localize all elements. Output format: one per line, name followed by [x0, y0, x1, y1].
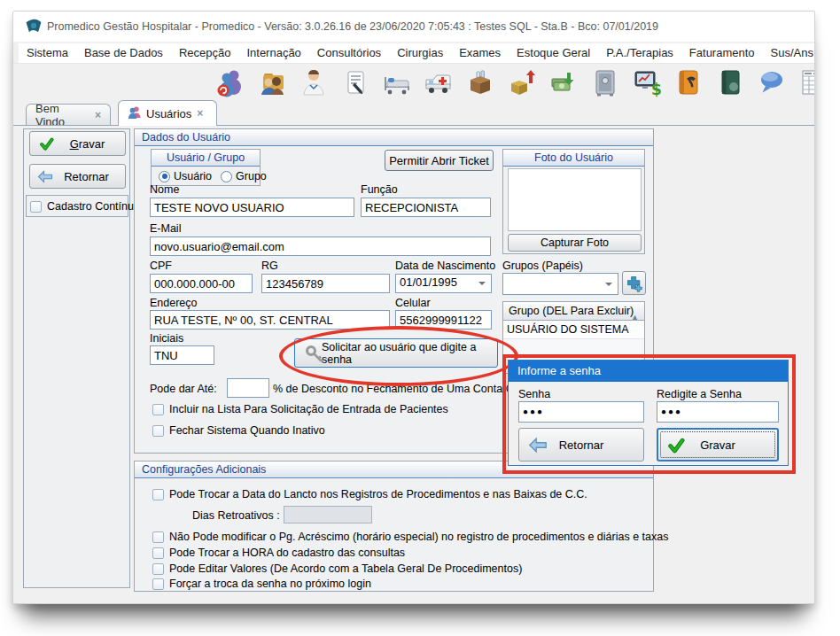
nascimento-dropdown-icon[interactable] [478, 282, 486, 285]
grupo-list-header[interactable]: Grupo (DEL Para Excluir) ▲ [502, 301, 645, 321]
email-input[interactable] [150, 237, 491, 256]
report-grid-icon[interactable] [798, 67, 814, 97]
dialog-gravar-label: Gravar [700, 438, 735, 452]
cadastro-continuo-checkbox[interactable] [30, 201, 42, 213]
radio-usuario-label: Usuário [174, 170, 212, 182]
dados-usuario-title: Dados do Usuário [135, 129, 653, 146]
tipo-usuario-header: Usuário / Grupo [152, 150, 260, 167]
gravar-accel: G [70, 137, 79, 151]
solicitar-senha-button[interactable]: Solicitar ao usuário que digite a senha [294, 338, 498, 368]
menu-faturamento[interactable]: Faturamento [681, 43, 763, 63]
gravar-button[interactable]: Gravar [29, 131, 126, 156]
pode-trocar-data-checkbox[interactable] [152, 489, 164, 500]
money-in-arrow-icon[interactable] [548, 67, 579, 97]
tab-bem-vindo-close-icon[interactable]: × [95, 109, 101, 121]
prescription-icon[interactable] [340, 67, 370, 97]
supplies-box-icon[interactable] [465, 67, 495, 97]
window-title: Promedico Gestão Hospitalar - Promedico … [47, 20, 658, 33]
dialog-retornar-button[interactable]: Retornar [518, 428, 644, 461]
ledger-book-icon[interactable] [715, 67, 745, 97]
pode-trocar-hora-label: Pode Trocar a HORA do cadastro das consu… [169, 547, 405, 559]
tab-usuarios[interactable]: Usuários × [118, 100, 217, 126]
fechar-sistema-checkbox[interactable] [152, 425, 164, 437]
tab-bem-vindo-label: Bem Vindo [35, 102, 89, 128]
nome-input[interactable] [150, 198, 354, 217]
menu-base-de-dados[interactable]: Base de Dados [76, 43, 171, 63]
toolbar-icons: $ [215, 67, 814, 99]
foto-placeholder [508, 168, 642, 231]
nao-pode-modificar-checkbox[interactable] [152, 531, 164, 543]
celular-input[interactable] [395, 310, 492, 330]
forcar-troca-senha-checkbox[interactable] [152, 578, 164, 590]
config-cb3-row: Pode Trocar a HORA do cadastro das consu… [152, 547, 405, 559]
config-cb5-row: Forçar a troca da senha no próximo login [152, 578, 371, 590]
senha-input[interactable]: ●●● [518, 401, 644, 423]
nao-pode-modificar-label: Não Pode modificar o Pg. Acréscimo (horá… [169, 531, 668, 543]
tab-usuarios-close-icon[interactable]: × [197, 107, 203, 120]
rg-label: RG [261, 260, 278, 272]
grupos-combobox[interactable] [502, 273, 618, 295]
finance-monitor-icon[interactable]: $ [632, 67, 662, 97]
dias-retroativos-input[interactable] [284, 506, 372, 524]
rg-input[interactable] [261, 274, 390, 293]
grupos-label: Grupos (Papéis) [502, 260, 583, 272]
hospital-bed-icon[interactable] [382, 67, 412, 97]
funcao-input[interactable] [361, 198, 491, 217]
tab-strip: Bem Vindo × Usuários × [13, 98, 814, 125]
dialog-retornar-label: Retornar [559, 438, 604, 452]
tab-bem-vindo[interactable]: Bem Vindo × [26, 104, 111, 125]
desconto-input[interactable] [227, 378, 269, 398]
ambulance-icon[interactable] [424, 67, 454, 97]
menu-internacao[interactable]: Internação [238, 43, 308, 63]
menu-recepcao[interactable]: Recepção [171, 43, 239, 63]
grupo-list-item[interactable]: USUÁRIO DO SISTEMA [503, 321, 644, 339]
back-arrow-icon [37, 170, 53, 186]
add-cross-icon [626, 275, 643, 292]
grupos-dropdown-icon[interactable] [605, 283, 612, 286]
sidebar: Gravar Retornar Cadastro Contínuo [23, 128, 130, 588]
menu-sus-ans[interactable]: Sus/Ans [763, 43, 814, 63]
nascimento-label: Data de Nascimento [395, 260, 495, 272]
menu-consultorios[interactable]: Consultórios [309, 43, 389, 63]
cpf-input[interactable] [150, 274, 253, 293]
sync-users-icon[interactable] [215, 67, 245, 97]
radio-usuario[interactable] [159, 171, 170, 182]
phone-book-icon[interactable] [673, 67, 704, 97]
incluir-lista-checkbox[interactable] [152, 404, 164, 415]
menu-exames[interactable]: Exames [451, 43, 509, 63]
menu-cirurgias[interactable]: Cirurgias [389, 43, 451, 63]
cpf-label: CPF [150, 260, 172, 272]
gravar-label: ravar [79, 137, 105, 151]
pode-trocar-hora-checkbox[interactable] [152, 547, 164, 559]
config-adicionais-group: Configurações Adicionais Pode Trocar a D… [134, 461, 654, 592]
safe-icon[interactable] [590, 67, 620, 97]
iniciais-input[interactable] [150, 345, 214, 365]
pode-editar-valores-label: Pode Editar Valores (De Acordo com a Tab… [169, 562, 522, 575]
nascimento-value: 01/01/1995 [400, 275, 457, 289]
capturar-foto-button[interactable]: Capturar Foto [508, 234, 642, 252]
retornar-button[interactable]: Retornar [29, 164, 126, 189]
menu-pa-terapias[interactable]: P.A./Terapias [598, 43, 681, 63]
users-icon [128, 105, 141, 121]
pode-editar-valores-checkbox[interactable] [152, 563, 164, 575]
endereco-input[interactable] [150, 310, 390, 330]
nome-label: Nome [150, 183, 179, 196]
permitir-abrir-ticket-button[interactable]: Permitir Abrir Ticket [385, 150, 494, 171]
app-window: Promedico Gestão Hospitalar - Promedico … [12, 11, 815, 604]
cadastro-continuo-label: Cadastro Contínuo [47, 200, 140, 213]
cadastro-continuo-panel: Cadastro Contínuo [26, 195, 128, 217]
dialog-gravar-button[interactable]: Gravar [657, 428, 779, 461]
foto-usuario-group: Foto do Usuário Capturar Foto [502, 149, 645, 254]
radio-grupo[interactable] [221, 171, 232, 182]
nascimento-combobox[interactable]: 01/01/1995 [395, 274, 492, 293]
grupo-list-header-label: Grupo (DEL Para Excluir) [509, 305, 634, 317]
svg-text:$: $ [651, 81, 662, 97]
menu-estoque-geral[interactable]: Estoque Geral [509, 43, 598, 63]
stock-out-arrow-icon[interactable] [507, 67, 537, 97]
chat-bubble-icon[interactable] [757, 67, 787, 97]
add-grupo-button[interactable] [622, 271, 646, 295]
doctor-icon[interactable] [299, 67, 329, 97]
menu-sistema[interactable]: Sistema [19, 43, 76, 63]
redigite-senha-input[interactable]: ●●● [657, 401, 779, 423]
patients-folder-icon[interactable] [257, 67, 287, 97]
